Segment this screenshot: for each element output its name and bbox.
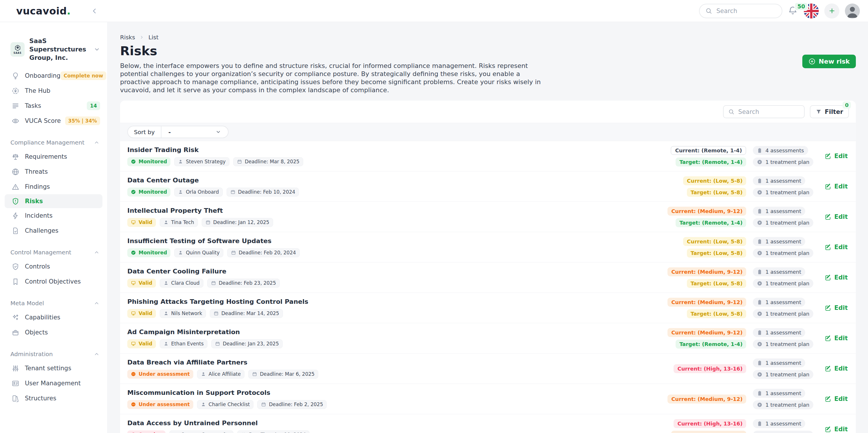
risk-row[interactable]: Data Center Cooling Failure Valid Clara … [120,262,856,293]
sidebar-item[interactable]: Risks [5,194,102,208]
edit-button[interactable]: Edit [825,395,848,402]
sidebar-item[interactable]: Capabilities [0,310,107,325]
sidebar-item[interactable]: Threats [0,164,107,179]
sidebar-top-nav: Onboarding Complete now The Hub Tasks 14… [0,68,107,128]
sidebar-item-label: Structures [25,395,56,402]
org-selector[interactable]: SAAS SaaS Superstructures Group, Inc. [10,37,100,62]
status-label: Valid [138,310,153,316]
user-avatar[interactable] [845,3,860,19]
global-search[interactable] [699,4,782,18]
search-icon [705,7,712,14]
sidebar-item[interactable]: Tenant settings [0,361,107,376]
risk-row[interactable]: Insufficient Testing of Software Updates… [120,232,856,262]
list-search-input[interactable] [738,108,799,115]
sidebar-section-title[interactable]: Administration [0,347,107,361]
assessments-badge: 1 assessment [753,389,805,398]
play-circle-icon [757,402,763,407]
sidebar-item[interactable]: User Management [0,376,107,391]
sidebar-item[interactable]: VUCA Score 35% | 34% [0,113,107,128]
assessments-label: 1 assessment [765,390,801,396]
risk-badges: Overdue Cormac Community Deadline: Apr 1… [127,430,671,433]
sidebar-item-label: Threats [25,168,48,175]
risk-row[interactable]: Ad Campaign Misinterpretation Valid Etha… [120,323,856,354]
risk-title: Ad Campaign Misinterpretation [127,328,671,336]
risk-details: Current: (High, 13-16) 1 assessment 1 tr… [671,359,856,379]
quick-add-button[interactable] [824,3,839,19]
sort-select[interactable]: - [161,126,228,138]
breadcrumb-risks[interactable]: Risks [120,34,135,41]
filter-button[interactable]: Filter 0 [810,105,849,118]
risk-ratings: Current: (Remote, 1-4) Target: (Remote, … [671,146,746,166]
new-risk-button[interactable]: New risk [802,55,856,68]
notifications-button[interactable]: 50 [788,5,798,16]
risk-ratings: Current: (Medium, 9-12) Target: (Remote,… [671,207,746,227]
edit-button[interactable]: Edit [825,365,848,372]
clipboard-icon [757,269,763,275]
sidebar-item[interactable]: Incidents [0,208,107,223]
edit-button[interactable]: Edit [825,426,848,433]
risk-summary: Ad Campaign Misinterpretation Valid Etha… [127,328,671,348]
risk-row[interactable]: Data Center Outage Monitored Orla Onboar… [120,171,856,202]
breadcrumb-list[interactable]: List [148,34,159,41]
shield-alert-icon [11,197,20,205]
sidebar-section-title[interactable]: Compliance Management [0,136,107,149]
sidebar-item[interactable]: The Hub [0,83,107,98]
edit-button[interactable]: Edit [825,153,848,160]
sidebar-item[interactable]: Control Objectives [0,274,107,289]
pencil-square-icon [825,153,831,160]
edit-label: Edit [834,244,848,251]
risk-details: Current: (Medium, 9-12) Target: (Low, 5-… [671,267,856,288]
current-rating-badge: Current: (High, 13-16) [674,364,746,373]
sidebar-item[interactable]: Onboarding Complete now [0,68,107,83]
risk-row[interactable]: Data Breach via Affiliate Partners Under… [120,354,856,384]
risk-row[interactable]: Insider Trading Risk Monitored Steven St… [120,141,856,171]
notification-count-badge: 50 [794,2,808,11]
new-risk-label: New risk [819,58,850,65]
edit-button[interactable]: Edit [825,335,848,342]
risk-row[interactable]: Intellectual Property Theft Valid Tina T… [120,202,856,232]
risk-row[interactable]: Data Access by Untrained Personnel Overd… [120,414,856,433]
deadline-label: Deadline: Feb 10, 2024 [238,189,296,195]
edit-button[interactable]: Edit [825,304,848,311]
sidebar-item[interactable]: Objects [0,325,107,340]
risk-row[interactable]: Miscommunication in Support Protocols Un… [120,384,856,414]
risk-details: Current: (Low, 5-8) Target: (Low, 5-8) 1… [671,176,856,197]
edit-label: Edit [834,213,848,220]
edit-button[interactable]: Edit [825,274,848,281]
deadline-label: Deadline: Jan 23, 2025 [223,341,279,346]
status-label: Valid [138,341,153,346]
edit-button[interactable]: Edit [825,183,848,190]
sidebar-item-label: Tasks [25,102,41,109]
sidebar-item[interactable]: Structures [0,391,107,406]
sidebar-item-label: Control Objectives [25,278,81,285]
risk-row[interactable]: Phishing Attacks Targeting Hosting Contr… [120,293,856,323]
assessments-label: 1 assessment [765,178,801,184]
sliders-icon [11,365,20,372]
sidebar-item[interactable]: Tasks 14 [0,98,107,113]
layers-icon [11,395,20,402]
funnel-icon [816,109,822,115]
risk-badges: Valid Nils Network Deadline: Mar 14, 202… [127,309,671,318]
edit-button[interactable]: Edit [825,244,848,251]
deadline-badge: Deadline: Jan 12, 2025 [202,218,273,227]
hub-icon [11,87,20,95]
edit-button[interactable]: Edit [825,213,848,220]
sidebar-section: Control Management Controls Control Obje… [0,246,107,289]
sidebar-item-label: Capabilities [25,314,60,321]
sidebar-section-title[interactable]: Control Management [0,246,107,259]
filter-count-badge: 0 [842,101,851,109]
dots-circle-icon [131,371,136,377]
sidebar-item[interactable]: Findings [0,179,107,194]
deadline-label: Deadline: Apr 10, 2024 [249,432,306,433]
sidebar-section-title[interactable]: Meta Model [0,297,107,310]
sidebar-item[interactable]: Challenges [0,223,107,238]
risk-counts: 1 assessment 1 treatment plan [753,419,825,433]
list-search[interactable] [723,105,805,118]
risk-details: Current: (Remote, 1-4) Target: (Remote, … [671,146,856,166]
calendar-icon [252,371,257,377]
sidebar-item[interactable]: Controls [0,259,107,274]
global-search-input[interactable] [716,7,776,15]
sidebar-collapse-button[interactable] [89,6,99,16]
sidebar-item[interactable]: Requirements [0,149,107,164]
assessments-badge: 1 assessment [753,359,805,367]
